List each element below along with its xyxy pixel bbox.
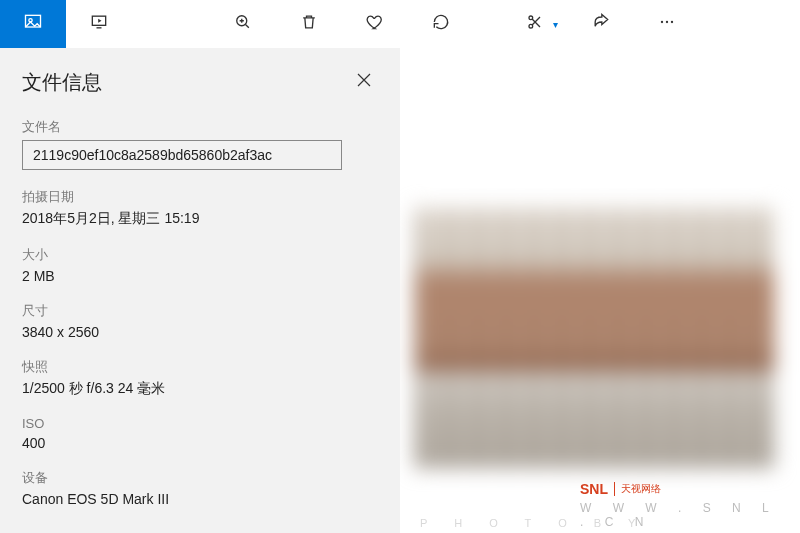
field-dimensions: 尺寸 3840 x 2560: [22, 302, 378, 340]
zoom-button[interactable]: [210, 0, 276, 48]
edit-crop-icon: [525, 12, 545, 36]
zoom-in-icon: [233, 12, 253, 36]
dims-label: 尺寸: [22, 302, 378, 320]
file-info-panel: 文件信息 文件名 2119c90ef10c8a2589bd65860b2af3a…: [0, 48, 400, 533]
field-shutter: 快照 1/2500 秒 f/6.3 24 毫米: [22, 358, 378, 398]
filename-label: 文件名: [22, 118, 378, 136]
field-size: 大小 2 MB: [22, 246, 378, 284]
photo-icon: [23, 12, 43, 36]
more-icon: [657, 12, 677, 36]
toolbar: ▾: [0, 0, 800, 48]
dims-value: 3840 x 2560: [22, 324, 378, 340]
edit-button[interactable]: ▾: [502, 0, 568, 48]
close-icon: [357, 73, 371, 91]
photo-image: [415, 208, 775, 468]
svg-point-8: [671, 21, 673, 23]
rotate-icon: [431, 12, 451, 36]
field-device: 设备 Canon EOS 5D Mark III: [22, 469, 378, 507]
size-value: 2 MB: [22, 268, 378, 284]
more-button[interactable]: [634, 0, 700, 48]
size-label: 大小: [22, 246, 378, 264]
device-label: 设备: [22, 469, 378, 487]
photo-viewer[interactable]: P H O T O B Y SNL 天视网络 W W W . S N L . C…: [400, 48, 800, 533]
trash-icon: [299, 12, 319, 36]
svg-point-6: [661, 21, 663, 23]
field-iso: ISO 400: [22, 416, 378, 451]
date-label: 拍摄日期: [22, 188, 378, 206]
rotate-button[interactable]: [408, 0, 474, 48]
slideshow-icon: [89, 12, 109, 36]
chevron-down-icon: ▾: [553, 19, 558, 30]
share-button[interactable]: [568, 0, 634, 48]
iso-label: ISO: [22, 416, 378, 431]
watermark-divider: [614, 482, 615, 496]
share-icon: [591, 12, 611, 36]
panel-header: 文件信息: [22, 68, 378, 96]
watermark-logo: SNL 天视网络: [580, 481, 661, 497]
heart-icon: [365, 12, 385, 36]
shutter-value: 1/2500 秒 f/6.3 24 毫米: [22, 380, 378, 398]
filename-input[interactable]: 2119c90ef10c8a2589bd65860b2af3ac: [22, 140, 342, 170]
svg-point-7: [666, 21, 668, 23]
shutter-label: 快照: [22, 358, 378, 376]
slideshow-button[interactable]: [66, 0, 132, 48]
iso-value: 400: [22, 435, 378, 451]
content-area: 文件信息 文件名 2119c90ef10c8a2589bd65860b2af3a…: [0, 48, 800, 533]
view-photo-button[interactable]: [0, 0, 66, 48]
date-value: 2018年5月2日, 星期三 15:19: [22, 210, 378, 228]
watermark-left: P H O T O B Y: [420, 517, 647, 529]
close-button[interactable]: [350, 68, 378, 96]
device-value: Canon EOS 5D Mark III: [22, 491, 378, 507]
watermark-logo-sub: 天视网络: [621, 482, 661, 496]
watermark-logo-text: SNL: [580, 481, 608, 497]
watermark: P H O T O B Y SNL 天视网络 W W W . S N L . C…: [580, 481, 800, 529]
favorite-button[interactable]: [342, 0, 408, 48]
delete-button[interactable]: [276, 0, 342, 48]
field-date: 拍摄日期 2018年5月2日, 星期三 15:19: [22, 188, 378, 228]
photos-app: ▾ 文件信息 文件名 2119c9: [0, 0, 800, 533]
field-filename: 文件名 2119c90ef10c8a2589bd65860b2af3ac: [22, 118, 378, 170]
panel-title: 文件信息: [22, 69, 102, 96]
